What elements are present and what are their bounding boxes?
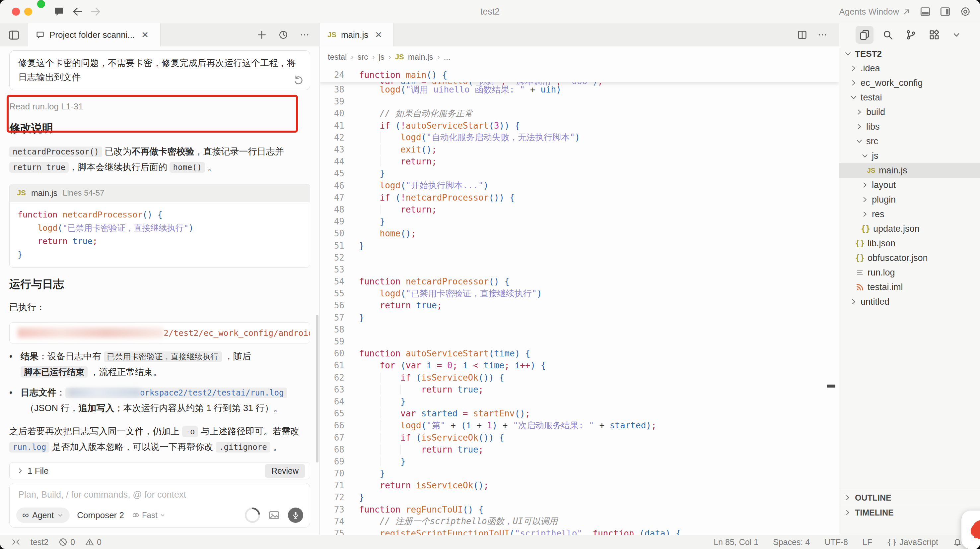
breadcrumb[interactable]: testai›src›js›JSmain.js›... <box>320 46 839 68</box>
code-line[interactable]: 54function netcardProcessor() { <box>320 276 839 287</box>
explorer-item-libs[interactable]: libs <box>839 119 980 134</box>
code-line[interactable]: 68return true; <box>320 444 839 455</box>
code-editor[interactable]: testai›src›js›JSmain.js›... 24function m… <box>320 46 839 535</box>
code-line[interactable]: 51} <box>320 240 839 251</box>
code-line[interactable]: 43exit(); <box>320 144 839 155</box>
split-editor-icon[interactable] <box>797 30 808 40</box>
back-button[interactable] <box>72 6 84 17</box>
notifications-bell-icon[interactable] <box>953 537 962 547</box>
explorer-item-layout[interactable]: layout <box>839 178 980 192</box>
cursor-position[interactable]: Ln 85, Col 1 <box>714 537 758 547</box>
code-line[interactable]: 52 <box>320 252 839 263</box>
user-message-bubble[interactable]: 修复这个卡密的问题，不需要卡密，修复完成后再次运行这个工程，将日志输出到文件 <box>9 51 310 90</box>
code-line[interactable]: 45} <box>320 167 839 179</box>
chat-more-icon[interactable] <box>299 30 310 40</box>
code-line[interactable]: 47if (!netcardProcessor()) { <box>320 192 839 203</box>
code-line[interactable]: 46logd("开始执行脚本...") <box>320 180 839 192</box>
chat-input[interactable]: Plan, Build, / for commands, @ for conte… <box>9 483 310 528</box>
explorer-item-TEST2[interactable]: TEST2 <box>839 46 980 61</box>
code-line[interactable]: 65var started = startEnv(); <box>320 408 839 419</box>
statusbar-project[interactable]: test2 <box>30 537 48 547</box>
explorer-item-plugin[interactable]: plugin <box>839 192 980 207</box>
code-line[interactable]: 53 <box>320 263 839 276</box>
close-window-button[interactable] <box>12 8 20 16</box>
breadcrumb-item[interactable]: main.js <box>408 52 433 62</box>
errors-indicator[interactable]: 0 <box>58 537 75 547</box>
eol-setting[interactable]: LF <box>862 537 872 547</box>
code-line[interactable]: 57} <box>320 312 839 324</box>
breadcrumb-item[interactable]: src <box>357 52 368 62</box>
code-line[interactable]: 44return; <box>320 155 839 167</box>
code-line[interactable]: 61for (var i = 0; i < time; i++) { <box>320 359 839 371</box>
code-line[interactable]: 48return; <box>320 203 839 216</box>
remote-window-icon[interactable] <box>11 537 21 547</box>
review-button[interactable]: Review <box>265 464 305 478</box>
editor-tab-mainjs[interactable]: JS main.js ✕ <box>320 23 393 46</box>
zoom-window-button[interactable] <box>37 0 45 8</box>
warnings-indicator[interactable]: 0 <box>85 537 102 547</box>
explorer-item-build[interactable]: build <box>839 105 980 119</box>
code-line[interactable]: 75registeScriptFunctionToUI("scripthello… <box>320 527 839 535</box>
views-chevron-icon[interactable] <box>952 30 961 40</box>
code-line[interactable]: 67if (isServiceOk()) { <box>320 431 839 443</box>
explorer-item-obfuscator-json[interactable]: {}obfuscator.json <box>839 251 980 265</box>
code-line[interactable]: 50home(); <box>320 227 839 240</box>
logfile-path-chip[interactable]: orkspace2/test2/testai/run.log <box>65 387 287 398</box>
code-line[interactable]: 59 <box>320 335 839 347</box>
explorer-item-src[interactable]: src <box>839 134 980 149</box>
code-block-header[interactable]: JS main.js Lines 54-57 <box>10 184 310 202</box>
explorer-item-run-log[interactable]: run.log <box>839 265 980 280</box>
code-line[interactable]: 41if (!autoServiceStart(3)) { <box>320 120 839 132</box>
code-line[interactable]: 60function autoServiceStart(time) { <box>320 347 839 359</box>
explorer-item-main-js[interactable]: JSmain.js <box>839 163 980 178</box>
minimize-window-button[interactable] <box>24 8 32 16</box>
agents-window-link[interactable]: Agents Window <box>839 6 911 17</box>
chat-bubble-icon[interactable] <box>53 6 65 17</box>
encoding-setting[interactable]: UTF-8 <box>824 537 848 547</box>
explorer-item-testai[interactable]: testai <box>839 90 980 105</box>
explorer-item-update-json[interactable]: {}update.json <box>839 221 980 236</box>
read-step[interactable]: Read run.log L1-31 <box>9 102 310 112</box>
code-line[interactable]: 66logd("第" + (i + 1) + "次启动服务结果: " + sta… <box>320 419 839 431</box>
explorer-item-js[interactable]: js <box>839 149 980 163</box>
code-line[interactable]: 63return true; <box>320 384 839 395</box>
code-line[interactable]: 58 <box>320 324 839 335</box>
editor-tab-close-icon[interactable]: ✕ <box>375 30 382 40</box>
toggle-panel-icon[interactable] <box>920 6 931 17</box>
code-line[interactable]: 49} <box>320 216 839 227</box>
explorer-item-res[interactable]: res <box>839 207 980 221</box>
code-line[interactable]: 70} <box>320 467 839 479</box>
explorer-item-testai-iml[interactable]: testai.iml <box>839 280 980 294</box>
toggle-chat-sidebar-icon[interactable] <box>8 29 20 41</box>
breadcrumb-item[interactable]: testai <box>328 52 347 62</box>
explorer-files-icon[interactable] <box>859 29 870 40</box>
breadcrumb-item[interactable]: js <box>379 52 384 62</box>
explorer-item--idea[interactable]: .idea <box>839 61 980 76</box>
forward-button[interactable] <box>89 6 102 17</box>
chat-tab[interactable]: Project folder scanni... ✕ <box>28 23 161 46</box>
indentation-setting[interactable]: Spaces: 4 <box>773 537 810 547</box>
code-line[interactable]: 72} <box>320 491 839 503</box>
explorer-item-ec-work-config[interactable]: ec_work_config <box>839 76 980 90</box>
executed-command[interactable]: 2/test2/ec_work_config/android/bin/ <box>9 322 310 343</box>
gear-icon[interactable] <box>959 6 971 17</box>
code-line[interactable]: 73function regFuncToUI() { <box>320 504 839 516</box>
search-icon[interactable] <box>882 29 893 40</box>
code-line[interactable]: 40// 如果自动化服务正常 <box>320 108 839 119</box>
toggle-sidebar-icon[interactable] <box>940 6 951 17</box>
changed-files-row[interactable]: 1 File Review <box>9 462 310 479</box>
new-chat-icon[interactable] <box>256 30 267 40</box>
attach-image-icon[interactable] <box>268 509 280 521</box>
extensions-icon[interactable] <box>929 29 940 40</box>
floating-app-icon[interactable] <box>961 511 980 549</box>
code-line[interactable]: 71return isServiceOk(); <box>320 479 839 491</box>
code-line[interactable]: 42logd("自动化服务启动失败，无法执行脚本") <box>320 132 839 144</box>
timeline-section[interactable]: TIMELINE <box>839 505 980 520</box>
code-line[interactable]: 64} <box>320 395 839 408</box>
editor-more-icon[interactable] <box>818 30 827 40</box>
code-line[interactable]: 39 <box>320 95 839 108</box>
language-mode[interactable]: {} JavaScript <box>887 537 938 547</box>
explorer-item-lib-json[interactable]: {}lib.json <box>839 236 980 251</box>
agent-mode-selector[interactable]: ∞ Agent <box>16 508 70 523</box>
model-label[interactable]: Composer 2 <box>77 510 124 520</box>
